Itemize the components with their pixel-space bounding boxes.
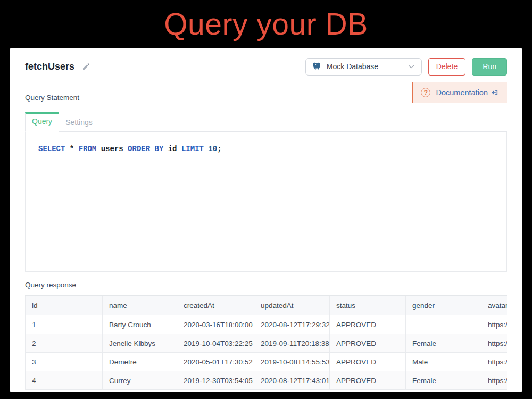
cell-createdAt: 2019-12-30T03:54:05 (177, 371, 254, 390)
cell-id: 1 (26, 315, 103, 334)
column-header-name[interactable]: name (103, 296, 177, 315)
sql-token (123, 145, 128, 153)
cell-updatedAt: 2019-10-08T14:55:53 (254, 353, 330, 371)
table-row: 1Barty Crouch2020-03-16T18:00:002020-08-… (26, 315, 508, 334)
editor-tabs: Query Settings (25, 112, 507, 132)
cell-name: Barty Crouch (103, 315, 177, 334)
resource-selected-value: Mock Database (327, 62, 403, 71)
column-header-id[interactable]: id (26, 296, 103, 315)
sql-token (163, 145, 168, 153)
cell-gender: Male (406, 353, 481, 371)
table-row: 4Currey2019-12-30T03:54:052020-08-12T17:… (26, 371, 508, 390)
sql-token: SELECT (38, 145, 65, 153)
cell-gender (406, 315, 481, 334)
sql-token (74, 145, 78, 153)
external-link-icon (491, 89, 498, 96)
cell-updatedAt: 2020-08-12T17:43:01 (254, 371, 330, 390)
table-row: 3Demetre2020-05-01T17:30:522019-10-08T14… (26, 353, 508, 371)
tab-settings[interactable]: Settings (59, 112, 99, 131)
sql-token: FROM (79, 145, 97, 153)
tab-query[interactable]: Query (25, 112, 59, 132)
run-button[interactable]: Run (472, 58, 507, 76)
sql-token: users (101, 145, 123, 153)
cell-avatar: https:// (481, 371, 508, 390)
cell-gender: Female (406, 371, 481, 390)
response-table: idnamecreatedAtupdatedAtstatusgenderavat… (25, 296, 507, 390)
question-circle-icon: ? (421, 88, 430, 97)
column-header-avatar[interactable]: avatar (481, 296, 508, 315)
sql-code-line: SELECT * FROM users ORDER BY id LIMIT 10… (38, 145, 494, 153)
query-name: fetchUsers (25, 61, 74, 72)
page-title: Query your DB (0, 3, 532, 48)
sql-token: 10 (208, 145, 217, 153)
column-header-updatedAt[interactable]: updatedAt (254, 296, 330, 315)
column-header-gender[interactable]: gender (406, 296, 481, 315)
sql-token: LIMIT (181, 145, 204, 153)
sql-token: id (168, 145, 177, 153)
cell-id: 3 (26, 353, 103, 371)
cell-updatedAt: 2019-09-11T20:18:38 (254, 334, 330, 353)
cell-id: 4 (26, 371, 103, 390)
cell-status: APPROVED (330, 334, 406, 353)
postgresql-icon (312, 62, 322, 71)
sql-token (177, 145, 181, 153)
cell-updatedAt: 2020-08-12T17:29:32 (254, 315, 330, 334)
table-header-row: idnamecreatedAtupdatedAtstatusgenderavat… (26, 296, 508, 315)
cell-id: 2 (26, 334, 103, 353)
cell-status: APPROVED (330, 371, 406, 390)
sql-token (65, 145, 69, 153)
cell-createdAt: 2020-03-16T18:00:00 (177, 315, 254, 334)
documentation-banner[interactable]: ? Documentation (412, 82, 507, 103)
cell-name: Jenelle Kibbys (103, 334, 177, 353)
cell-status: APPROVED (330, 353, 406, 371)
sql-token: ; (217, 145, 221, 153)
edit-pencil-icon[interactable] (82, 62, 90, 71)
query-response-label: Query response (25, 281, 507, 290)
query-editor-panel: fetchUsers Mock Database Delete Run Quer… (10, 48, 522, 392)
cell-status: APPROVED (330, 315, 406, 334)
cell-avatar: https:// (481, 334, 508, 353)
statement-doc-row: Query Statement ? Documentation (25, 82, 507, 103)
cell-avatar: https:// (481, 315, 508, 334)
documentation-label: Documentation (436, 88, 488, 97)
chevron-down-icon (408, 63, 415, 70)
column-header-createdAt[interactable]: createdAt (177, 296, 254, 315)
cell-gender: Female (406, 334, 481, 353)
sql-editor[interactable]: SELECT * FROM users ORDER BY id LIMIT 10… (25, 132, 507, 272)
sql-token (96, 145, 101, 153)
delete-button[interactable]: Delete (428, 58, 466, 76)
query-name-wrap: fetchUsers (25, 61, 90, 72)
response-table-wrap: idnamecreatedAtupdatedAtstatusgenderavat… (25, 295, 507, 390)
cell-name: Demetre (103, 353, 177, 371)
cell-name: Currey (103, 371, 177, 390)
editor-controls: Mock Database Delete Run (305, 58, 507, 76)
editor-header: fetchUsers Mock Database Delete Run (25, 57, 507, 76)
cell-createdAt: 2019-10-04T03:22:25 (177, 334, 254, 353)
cell-avatar: https:// (481, 353, 508, 371)
resource-select[interactable]: Mock Database (305, 58, 422, 76)
cell-createdAt: 2020-05-01T17:30:52 (177, 353, 254, 371)
sql-token: * (70, 145, 74, 153)
table-body: 1Barty Crouch2020-03-16T18:00:002020-08-… (26, 315, 508, 390)
query-statement-label: Query Statement (25, 94, 79, 103)
documentation-link[interactable]: Documentation (436, 88, 498, 97)
table-row: 2Jenelle Kibbys2019-10-04T03:22:252019-0… (26, 334, 508, 353)
sql-token: ORDER BY (128, 145, 163, 153)
column-header-status[interactable]: status (330, 296, 406, 315)
